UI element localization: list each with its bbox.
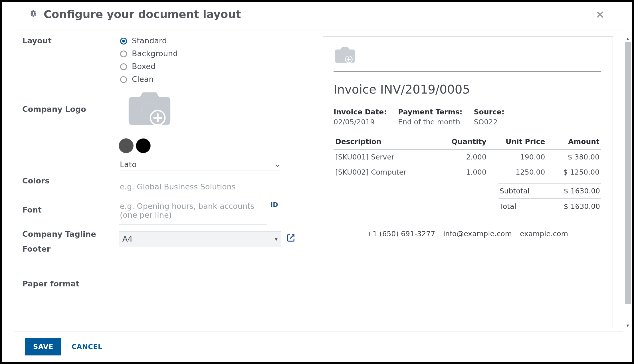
save-button[interactable]: SAVE — [25, 338, 61, 355]
background-fragment-left — [2, 2, 14, 19]
total-value: $ 1630.00 — [564, 202, 600, 211]
bug-icon[interactable] — [29, 9, 37, 19]
cell-qty: 2.000 — [436, 149, 488, 165]
form-panel: Layout Company Logo Colors Font Company … — [22, 36, 316, 328]
layout-option-label: Clean — [132, 75, 154, 84]
external-link-icon[interactable] — [286, 234, 295, 244]
label-font: Font — [22, 205, 111, 215]
scroll-down-arrow[interactable]: ▾ — [625, 323, 630, 328]
payment-terms-label: Payment Terms: — [398, 108, 462, 116]
cancel-button[interactable]: CANCEL — [70, 343, 104, 351]
footer-site: example.com — [520, 230, 568, 238]
label-layout: Layout — [22, 36, 111, 45]
configure-layout-dialog: Configure your document layout × Layout … — [14, 2, 623, 362]
col-description: Description — [334, 134, 436, 149]
layout-option-boxed[interactable]: Boxed — [119, 62, 312, 71]
payment-terms-value: End of the month — [398, 118, 462, 126]
cell-qty: 1.000 — [436, 165, 488, 180]
layout-radio-boxed[interactable] — [120, 63, 127, 70]
subtotal-value: $ 1630.00 — [564, 187, 600, 195]
close-icon[interactable]: × — [595, 8, 607, 21]
dialog-footer: SAVE CANCEL — [14, 331, 623, 362]
col-unit-price: Unit Price — [488, 134, 547, 149]
layout-option-label: Boxed — [132, 62, 156, 71]
font-select[interactable]: Lato ⌄ — [119, 158, 281, 171]
dialog-title: Configure your document layout — [44, 8, 241, 21]
layout-option-standard[interactable]: Standard — [119, 36, 312, 45]
paper-format-value: A4 — [122, 234, 133, 243]
table-row: [SKU001] Server 2.000 190.00 $ 380.00 — [334, 149, 601, 165]
caret-down-icon: ▾ — [275, 236, 278, 242]
label-colors: Colors — [22, 176, 111, 185]
cell-desc: [SKU002] Computer — [334, 165, 436, 180]
label-company-logo: Company Logo — [22, 105, 111, 114]
invoice-title: Invoice INV/2019/0005 — [334, 82, 601, 96]
layout-radio-clean[interactable] — [120, 76, 127, 83]
company-logo-upload[interactable] — [127, 89, 312, 130]
total-label: Total — [500, 202, 516, 211]
subtotal-label: Subtotal — [500, 187, 530, 195]
table-row: [SKU002] Computer 1.000 1250.00 $ 1250.0… — [334, 165, 601, 180]
preview-footer: +1 (650) 691-3277 info@example.com examp… — [334, 225, 601, 238]
paper-format-select[interactable]: A4 ▾ — [119, 231, 281, 246]
label-paper-format: Paper format — [22, 279, 111, 288]
source-label: Source: — [474, 108, 504, 116]
preview-panel: Invoice INV/2019/0005 Invoice Date: 02/0… — [323, 36, 613, 328]
scrollbar-thumb[interactable] — [625, 42, 631, 304]
dialog-header: Configure your document layout × — [14, 2, 623, 29]
footer-phone: +1 (650) 691-3277 — [367, 230, 435, 238]
layout-option-label: Background — [132, 49, 178, 58]
footer-textarea[interactable] — [119, 199, 267, 225]
cell-amount: $ 380.00 — [547, 149, 601, 165]
invoice-date-value: 02/05/2019 — [334, 118, 387, 126]
secondary-color-swatch[interactable] — [136, 138, 151, 153]
cell-price: 1250.00 — [488, 165, 547, 180]
invoice-date-label: Invoice Date: — [334, 108, 387, 116]
col-amount: Amount — [547, 134, 601, 149]
primary-color-swatch[interactable] — [119, 138, 134, 153]
scroll-up-arrow[interactable]: ▴ — [625, 36, 630, 41]
company-tagline-input[interactable] — [119, 179, 281, 194]
cell-amount: $ 1250.00 — [547, 165, 601, 180]
color-swatches — [119, 138, 312, 153]
label-footer: Footer — [22, 244, 111, 254]
layout-option-background[interactable]: Background — [119, 49, 312, 58]
footer-email: info@example.com — [443, 230, 512, 238]
source-value: SO022 — [474, 118, 504, 126]
label-company-tagline: Company Tagline — [22, 230, 111, 239]
footer-language-badge[interactable]: ID — [270, 199, 278, 208]
layout-option-clean[interactable]: Clean — [119, 75, 312, 84]
layout-radio-group: Standard Background Boxed — [119, 36, 312, 84]
invoice-lines-table: Description Quantity Unit Price Amount [… — [334, 134, 601, 180]
col-quantity: Quantity — [436, 134, 488, 149]
layout-radio-background[interactable] — [120, 50, 127, 57]
preview-logo-placeholder — [334, 46, 601, 66]
layout-option-label: Standard — [132, 36, 167, 45]
layout-radio-standard[interactable] — [120, 38, 127, 45]
cell-desc: [SKU001] Server — [334, 149, 436, 165]
font-value: Lato — [120, 160, 275, 169]
cell-price: 190.00 — [488, 149, 547, 165]
chevron-down-icon: ⌄ — [275, 161, 280, 168]
